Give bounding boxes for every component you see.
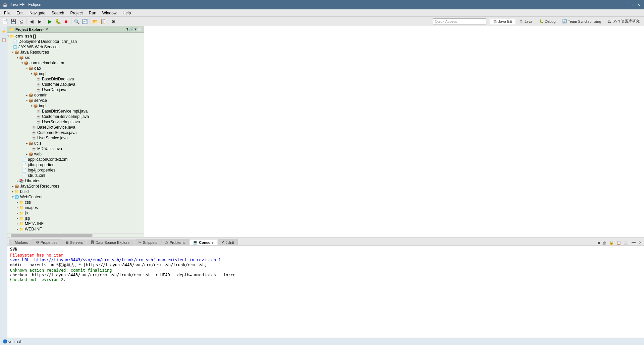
btab-close-button[interactable]: ✕ <box>638 240 643 245</box>
tree-item[interactable]: ▾ 📦 Java Resources <box>7 50 144 55</box>
left-icon-1[interactable]: ⚡ <box>1 27 7 35</box>
tree-item[interactable]: ☕ CustomerDao.java <box>7 82 144 87</box>
menu-file[interactable]: File <box>1 10 13 16</box>
btab-clear-button[interactable]: 🗑 <box>602 240 607 245</box>
menu-window[interactable]: Window <box>100 10 119 16</box>
pe-tree[interactable]: ▾ 📁 crm_ssh [] 📄 Deployment Descriptor: … <box>7 33 144 233</box>
tree-item[interactable]: ☕ UserDao.java <box>7 87 144 92</box>
btab-console[interactable]: 💻 Console <box>189 239 217 245</box>
tree-item[interactable]: ▸ 📁 js <box>7 210 144 216</box>
tree-item[interactable]: ▸ 📁 WEB-INF <box>7 226 144 232</box>
tree-arrow[interactable]: ▾ <box>21 61 23 65</box>
tb-forward-button[interactable]: ▶ <box>36 18 43 25</box>
tree-item[interactable]: ▸ 📦 web <box>7 151 144 157</box>
tree-arrow[interactable]: ▸ <box>17 206 18 209</box>
pe-scrollbar-thumb[interactable] <box>11 234 93 237</box>
tb-open-button[interactable]: 📂 <box>91 18 99 25</box>
tree-item[interactable]: ▾ 📦 dao <box>7 66 144 71</box>
left-icon-2[interactable]: 📋 <box>1 36 7 44</box>
tree-item[interactable]: ▾ 📦 impl <box>7 103 144 109</box>
tree-arrow[interactable]: ▸ <box>17 201 18 204</box>
tree-arrow[interactable]: ▸ <box>12 185 14 188</box>
perspective-debug[interactable]: 🐛 Debug <box>536 18 558 24</box>
tree-item[interactable]: ☕ MD5Utils.java <box>7 146 144 151</box>
editor-area[interactable] <box>144 26 644 237</box>
btab-scroll-lock-button[interactable]: 🔒 <box>608 240 615 245</box>
tree-arrow[interactable]: ▾ <box>7 34 9 38</box>
tree-item[interactable]: ☕ CustomerService.java <box>7 130 144 135</box>
tree-item[interactable]: 📄 struts.xml <box>7 173 144 178</box>
tb-save-button[interactable]: 💾 <box>9 18 17 25</box>
tb-stop-button[interactable]: ■ <box>62 18 70 25</box>
tree-item[interactable]: ▸ 📁 images <box>7 205 144 210</box>
tree-item[interactable]: ▸ 📚 Libraries <box>7 178 144 184</box>
tree-item[interactable]: ▾ 📁 crm_ssh [] <box>7 33 144 39</box>
tree-item[interactable]: ▸ 📦 utils <box>7 141 144 146</box>
tree-arrow[interactable]: ▸ <box>12 190 14 193</box>
tree-item[interactable]: ▾ 📦 com.meimeixia.crm <box>7 60 144 66</box>
btab-servers[interactable]: 🖥 Servers <box>61 239 87 245</box>
tree-arrow[interactable]: ▸ <box>26 152 28 156</box>
perspective-javaee[interactable]: ☕ Java EE <box>490 18 515 24</box>
btab-datasource[interactable]: 🗄 Data Source Explorer <box>87 239 135 245</box>
pe-collapse-button[interactable]: ⬆ <box>126 27 128 31</box>
tree-arrow[interactable]: ▾ <box>31 72 33 75</box>
btab-junit[interactable]: ✔ JUnit <box>218 239 238 245</box>
tree-arrow[interactable]: ▾ <box>26 99 28 102</box>
pe-menu-button[interactable]: ▼ <box>134 27 137 31</box>
tree-item[interactable]: 📄 Deployment Descriptor: crm_ssh <box>7 39 144 44</box>
quick-access-input[interactable]: Quick Access <box>433 18 486 24</box>
tree-item[interactable]: ☕ UserService.java <box>7 135 144 141</box>
btab-snippets[interactable]: ✂ Snippets <box>135 239 161 245</box>
tree-arrow[interactable]: ▸ <box>26 93 28 97</box>
perspective-svn[interactable]: 🗂 SVN 资源库研究 <box>605 18 643 25</box>
tree-arrow[interactable]: ▸ <box>17 222 18 225</box>
btab-terminate-button[interactable]: ■ <box>597 240 601 245</box>
close-button[interactable]: ✕ <box>636 2 641 7</box>
tree-item[interactable]: ▸ 📁 jsp <box>7 216 144 221</box>
tb-run-button[interactable]: ▶ <box>46 18 54 25</box>
tb-settings-button[interactable]: ⚙ <box>110 18 117 25</box>
tree-item[interactable]: 📄 applicationContext.xml <box>7 157 144 162</box>
tree-arrow[interactable]: ▸ <box>17 217 18 220</box>
minimize-button[interactable]: ─ <box>623 2 628 7</box>
tree-item[interactable]: ☕ BaseDictDao.java <box>7 76 144 82</box>
tree-item[interactable]: 📄 log4j.properties <box>7 167 144 173</box>
tb-refresh-button[interactable]: 🔄 <box>81 18 88 25</box>
pe-horizontal-scrollbar[interactable] <box>7 233 144 237</box>
tree-item[interactable]: 🌐 JAX-WS Web Services <box>7 44 144 50</box>
tree-item[interactable]: ▾ 🌐 WebContent <box>7 194 144 200</box>
tree-arrow[interactable]: ▾ <box>31 104 33 108</box>
tree-arrow[interactable]: ▾ <box>26 67 28 70</box>
menu-navigate[interactable]: Navigate <box>27 10 48 16</box>
pe-link-button[interactable]: 🔗 <box>129 27 133 31</box>
tree-arrow[interactable]: ▸ <box>17 211 18 215</box>
pe-max-button[interactable]: ⬜ <box>138 27 142 31</box>
tree-item[interactable]: 📄 jdbc.properties <box>7 162 144 167</box>
tb-search-button[interactable]: 🔍 <box>73 18 80 25</box>
menu-project[interactable]: Project <box>67 10 85 16</box>
btab-copy-output-button[interactable]: 📋 <box>615 240 622 245</box>
tb-print-button[interactable]: 🖨 <box>17 18 25 25</box>
tree-item[interactable]: ▸ 📁 META-INF <box>7 221 144 226</box>
btab-problems[interactable]: ⚠ Problems <box>161 239 189 245</box>
btab-maximize-button[interactable]: ⬜ <box>623 240 630 245</box>
maximize-button[interactable]: □ <box>629 2 635 7</box>
tree-arrow[interactable]: ▸ <box>17 227 18 231</box>
tree-item[interactable]: ▸ 📦 domain <box>7 92 144 98</box>
tb-back-button[interactable]: ◀ <box>28 18 35 25</box>
tree-item[interactable]: ▾ 📦 src <box>7 55 144 60</box>
tb-new-button[interactable]: 📄 <box>1 18 9 25</box>
menu-help[interactable]: Help <box>120 10 134 16</box>
btab-markers[interactable]: ! Markers <box>9 239 32 245</box>
tb-copy-button[interactable]: 📋 <box>99 18 107 25</box>
tree-item[interactable]: ▸ 📁 build <box>7 189 144 194</box>
perspective-java[interactable]: ☕ Java <box>516 18 535 24</box>
menu-run[interactable]: Run <box>86 10 99 16</box>
tree-arrow[interactable]: ▾ <box>17 56 18 59</box>
perspective-team[interactable]: 🔄 Team Synchronizing <box>559 18 604 24</box>
tree-item[interactable]: ☕ CustomerServiceImpl.java <box>7 114 144 119</box>
tree-item[interactable]: ☕ BaseDictServiceImpl.java <box>7 109 144 114</box>
tree-arrow[interactable]: ▾ <box>12 195 14 199</box>
tree-item[interactable]: ▸ 📁 css <box>7 200 144 205</box>
